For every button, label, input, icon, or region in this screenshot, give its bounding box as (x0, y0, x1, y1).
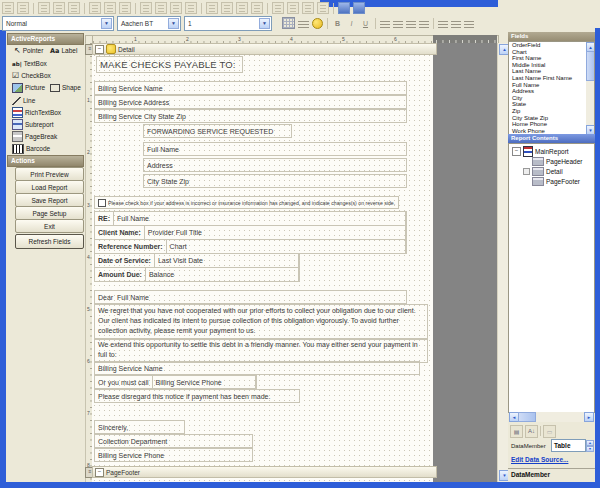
bold-button[interactable]: B (332, 17, 343, 29)
tree-item-pageheader[interactable]: PageHeader (532, 157, 583, 166)
align-center-icon[interactable] (53, 2, 65, 14)
checkbox-icon[interactable] (98, 199, 106, 207)
field-list-item[interactable]: Last Name (509, 68, 594, 75)
font-combo[interactable]: Aachen BT ▼ (117, 16, 181, 31)
collapse-icon[interactable]: − (95, 468, 104, 477)
align-middle-icon[interactable] (104, 2, 116, 14)
row-date-of-service[interactable]: Date of Service: Last Visit Date (94, 253, 300, 268)
bullet-list-icon[interactable] (438, 19, 448, 28)
tool-checkbox[interactable]: ☑ CheckBox (12, 70, 51, 81)
tool-label[interactable]: Aa Label (50, 45, 77, 56)
tool-barcode[interactable]: Barcode (12, 143, 50, 154)
database-icon[interactable] (312, 18, 323, 29)
tool-pagebreak[interactable]: PageBreak (12, 131, 57, 142)
vert-spacing-icon[interactable] (272, 2, 284, 14)
same-height-icon[interactable] (170, 2, 182, 14)
tree-item-pagefooter[interactable]: PageFooter (532, 177, 580, 186)
field-list-item[interactable]: Zip (509, 108, 594, 115)
checkbox-address-changed[interactable]: Please check box if your address is inco… (94, 196, 399, 209)
align-bottom-icon[interactable] (119, 2, 131, 14)
field-list-item[interactable]: State (509, 101, 594, 108)
field-address[interactable]: Address (143, 158, 407, 172)
send-to-back-icon[interactable] (17, 2, 29, 14)
align-top-icon[interactable] (89, 2, 101, 14)
tree-hscrollbar[interactable]: ◄ ► (509, 412, 594, 422)
field-list-item[interactable]: Chart (509, 49, 594, 56)
increase-hspace-icon[interactable] (221, 2, 233, 14)
remove-vspace-icon[interactable] (317, 2, 329, 14)
chevron-down-icon[interactable]: ▼ (168, 18, 179, 29)
detail-section-bar[interactable]: − Detail (92, 43, 437, 55)
field-billing-service-name-2[interactable]: Billing Service Name (94, 361, 420, 375)
label-disregard-notice[interactable]: Please disregard this notice if payment … (94, 389, 300, 403)
pagefooter-section-bar[interactable]: − PageFooter (92, 466, 437, 478)
italic-button[interactable]: I (346, 17, 357, 29)
field-list-item[interactable]: Last Name First Name (509, 75, 594, 82)
row-reference-number[interactable]: Reference Number: Chart (94, 239, 407, 254)
tool-line[interactable]: Line (12, 95, 35, 106)
toolbox-header[interactable]: ActiveReports (7, 33, 84, 45)
text-align-justify-icon[interactable] (419, 19, 429, 28)
tool-richtextbox[interactable]: RichTextBox (12, 107, 61, 118)
scroll-right-icon[interactable]: ► (584, 412, 594, 422)
row-client-name[interactable]: Client Name: Provider Full Title (94, 225, 407, 240)
tree-item-mainreport[interactable]: − MainReport (512, 147, 569, 156)
tool-subreport[interactable]: Subreport (12, 119, 54, 130)
decrease-hspace-icon[interactable] (236, 2, 248, 14)
field-full-name[interactable]: Full Name (143, 142, 407, 156)
fields-scrollbar[interactable]: ▲ ▼ (586, 42, 594, 135)
datamember-value-field[interactable]: Table (551, 439, 586, 452)
bring-to-front-icon[interactable] (2, 2, 14, 14)
alphabetical-sort-icon[interactable]: A↓ (525, 425, 538, 438)
label-make-checks[interactable]: MAKE CHECKS PAYABLE TO: (96, 56, 243, 73)
label-collection-department[interactable]: Collection Department (94, 434, 253, 448)
text-align-right-icon[interactable] (406, 19, 416, 28)
tool-textbox[interactable]: ab| TextBox (12, 58, 47, 69)
snap-to-grid-icon[interactable] (353, 2, 365, 14)
chevron-down-icon[interactable]: ▼ (101, 18, 112, 29)
field-billing-service-phone[interactable]: Billing Service Phone (94, 448, 253, 462)
paragraph-settle[interactable]: We extend this opportunity to settle thi… (94, 338, 428, 363)
print-preview-button[interactable]: Print Preview (15, 167, 84, 181)
label-forwarding-service[interactable]: FORWARDING SERVICE REQUESTED (143, 124, 292, 138)
actions-header[interactable]: Actions (7, 155, 84, 167)
center-in-form-icon[interactable] (338, 2, 350, 14)
collapse-icon[interactable]: − (512, 147, 521, 156)
field-list-item[interactable]: Home Phone (509, 121, 594, 128)
label-dear[interactable]: Dear Full Name (94, 290, 407, 304)
tool-pointer[interactable]: ↖ Pointer (14, 45, 43, 56)
tree-item-detail[interactable]: Detail (523, 167, 563, 176)
label-sincerely[interactable]: Sincerely, (94, 420, 185, 434)
field-list-item[interactable]: OrderField (509, 42, 594, 49)
page-setup-button[interactable]: Page Setup (15, 206, 84, 220)
exit-button[interactable]: Exit (15, 219, 84, 233)
field-list-item[interactable]: City State Zip (509, 115, 594, 122)
increase-vspace-icon[interactable] (287, 2, 299, 14)
align-right-icon[interactable] (68, 2, 80, 14)
refresh-fields-button[interactable]: Refresh Fields (15, 234, 84, 249)
text-align-left-icon[interactable] (380, 19, 390, 28)
field-list-item[interactable]: Middle Initial (509, 62, 594, 69)
size-to-grid-icon[interactable] (140, 2, 152, 14)
paragraph-regret[interactable]: We regret that you have not cooperated w… (94, 304, 428, 340)
field-list-item[interactable]: Full Name (509, 82, 594, 89)
text-align-center-icon[interactable] (393, 19, 403, 28)
tool-shape[interactable]: Shape (50, 82, 81, 93)
layers-icon[interactable] (298, 19, 309, 28)
field-city-state-zip[interactable]: City State Zip (143, 174, 407, 188)
scroll-thumb[interactable] (518, 412, 536, 422)
property-pages-icon[interactable]: ▭ (543, 425, 556, 438)
tool-picture[interactable]: Picture (12, 82, 45, 93)
style-combo[interactable]: Normal ▼ (2, 16, 114, 31)
spin-down-icon[interactable]: ▼ (586, 446, 594, 452)
field-billing-service-name[interactable]: Billing Service Name (94, 81, 407, 95)
align-left-icon[interactable] (38, 2, 50, 14)
load-report-button[interactable]: Load Report (15, 180, 84, 194)
font-size-combo[interactable]: 1 ▼ (184, 16, 272, 31)
remove-hspace-icon[interactable] (251, 2, 263, 14)
decrease-indent-icon[interactable] (451, 19, 461, 28)
horiz-spacing-icon[interactable] (206, 2, 218, 14)
collapse-icon[interactable]: − (95, 45, 104, 54)
chevron-down-icon[interactable]: ▼ (259, 18, 270, 29)
same-size-icon[interactable] (185, 2, 197, 14)
